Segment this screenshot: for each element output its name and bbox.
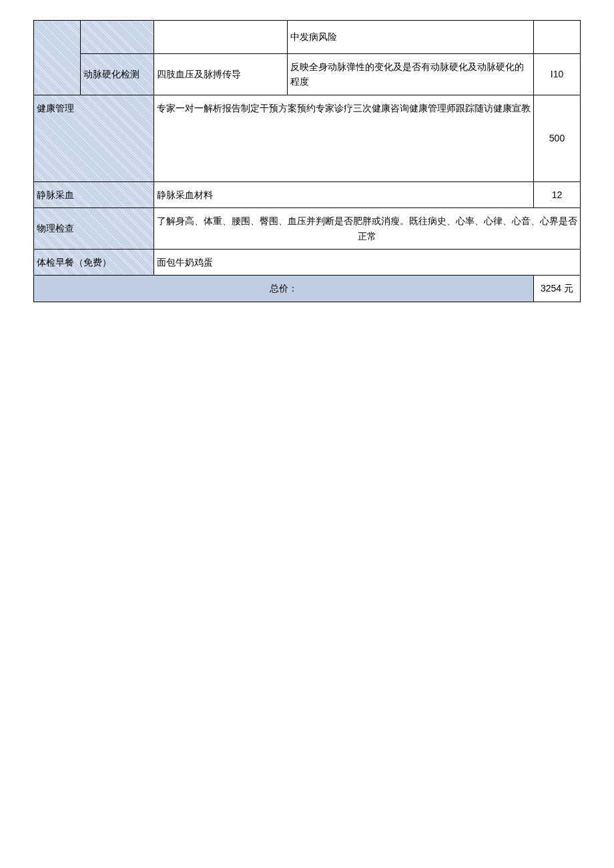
category-label-cell: 健康管理 [34, 95, 154, 181]
category-cell [34, 21, 81, 95]
price-cell: 500 [534, 95, 581, 181]
category-label-cell: 体检早餐（免费） [34, 249, 154, 275]
table-row: 中发病风险 [34, 21, 581, 54]
item-cell [81, 21, 154, 54]
desc-cell: 专家一对一解析报告制定干预方案预约专家诊疗三次健康咨询健康管理师跟踪随访健康宣教 [154, 95, 534, 181]
desc-cell: 中发病风险 [288, 21, 534, 54]
desc-cell: 静脉采血材料 [154, 181, 534, 207]
method-cell [154, 21, 288, 54]
table-row: 健康管理 专家一对一解析报告制定干预方案预约专家诊疗三次健康咨询健康管理师跟踪随… [34, 95, 581, 181]
category-label-cell: 物理检查 [34, 208, 154, 250]
medical-exam-table: 中发病风险 动脉硬化检测 四肢血压及脉搏传导 反映全身动脉弹性的变化及是否有动脉… [33, 20, 581, 302]
table-row: 静脉采血 静脉采血材料 12 [34, 181, 581, 207]
item-cell: 动脉硬化检测 [81, 54, 154, 95]
method-cell: 四肢血压及脉搏传导 [154, 54, 288, 95]
desc-cell: 了解身高、体重、腰围、臀围、血压并判断是否肥胖或消瘦。既往病史、心率、心律、心音… [154, 208, 581, 250]
table-row: 体检早餐（免费） 面包牛奶鸡蛋 [34, 249, 581, 275]
desc-cell: 反映全身动脉弹性的变化及是否有动脉硬化及动脉硬化的程度 [288, 54, 534, 95]
category-label-cell: 静脉采血 [34, 181, 154, 207]
price-cell [534, 21, 581, 54]
total-price-cell: 3254 元 [534, 276, 581, 302]
table-row: 物理检查 了解身高、体重、腰围、臀围、血压并判断是否肥胖或消瘦。既往病史、心率、… [34, 208, 581, 250]
table-row-total: 总价： 3254 元 [34, 276, 581, 302]
total-label-cell: 总价： [34, 276, 534, 302]
price-cell: I10 [534, 54, 581, 95]
price-cell: 12 [534, 181, 581, 207]
table-row: 动脉硬化检测 四肢血压及脉搏传导 反映全身动脉弹性的变化及是否有动脉硬化及动脉硬… [34, 54, 581, 95]
desc-cell: 面包牛奶鸡蛋 [154, 249, 581, 275]
